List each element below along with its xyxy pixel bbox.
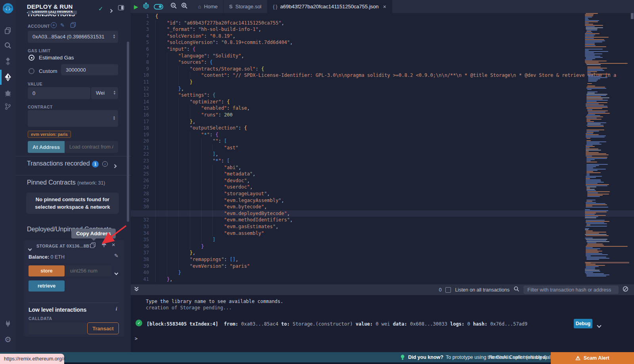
code-line[interactable]: } xyxy=(155,243,634,250)
remove-contract-icon[interactable]: × xyxy=(112,241,115,248)
custom-gas-input[interactable] xyxy=(61,64,118,75)
code-line[interactable]: "evm.deployedBytecode", xyxy=(131,210,634,217)
store-expand-chevron[interactable] xyxy=(115,269,118,276)
code-line[interactable]: { xyxy=(155,13,634,20)
create-account-icon[interactable]: + xyxy=(51,22,57,28)
code-line[interactable]: "outputSelection": { xyxy=(155,125,634,131)
clear-terminal-icon[interactable] xyxy=(623,286,628,293)
code-line[interactable]: "ast" xyxy=(155,145,634,151)
tx-log-line[interactable]: [block:5583405 txIndex:4] from: 0xa03...… xyxy=(147,321,527,327)
code-line[interactable]: }, xyxy=(155,86,634,92)
code-line[interactable]: "storageLayout", xyxy=(155,191,634,197)
at-address-button[interactable]: At Address xyxy=(28,141,65,153)
run-script-icon[interactable]: ▶ xyxy=(134,4,138,10)
contract-instance-label[interactable]: STORAGE AT 0X136...8B78 xyxy=(36,244,94,248)
terminal-content[interactable]: Type the library name to see available c… xyxy=(131,295,634,352)
code-line[interactable]: "evm.methodIdentifiers", xyxy=(155,217,634,223)
code-line[interactable]: "*": { xyxy=(155,131,634,138)
code-line[interactable]: "solcLongVersion": "0.8.19+commit.7dd6d4… xyxy=(155,39,634,46)
copy-address-icon[interactable] xyxy=(90,242,95,247)
copy-account-icon[interactable] xyxy=(71,22,75,27)
debugger-icon[interactable] xyxy=(0,86,16,100)
code-line[interactable]: "id": "a69b43f277ba20fcac141151250ca755"… xyxy=(155,20,634,27)
code-line[interactable]: "runs": 200 xyxy=(155,112,634,118)
minimap[interactable] xyxy=(585,13,629,277)
terminal-filter-input[interactable] xyxy=(523,286,619,294)
copilot-status[interactable]: RemixAI Copilot (enabled) xyxy=(489,354,547,360)
value-input[interactable] xyxy=(28,87,90,99)
store-button[interactable]: store xyxy=(29,265,65,276)
code-line[interactable]: "devdoc", xyxy=(155,177,634,184)
transactions-info-icon[interactable]: i xyxy=(102,161,108,167)
tx-expand-chevron[interactable] xyxy=(598,321,601,329)
code-line[interactable]: }, xyxy=(155,118,634,125)
code-line[interactable]: "solcVersion": "0.8.19", xyxy=(155,33,634,40)
tab-json-active[interactable]: { } a69b43f277ba20fcac141151250ca755.jso… xyxy=(267,0,392,13)
at-address-input[interactable] xyxy=(65,141,118,153)
editor-lines[interactable]: {"id": "a69b43f277ba20fcac141151250ca755… xyxy=(155,13,634,282)
code-line[interactable]: }, xyxy=(155,250,634,256)
search-icon[interactable] xyxy=(0,39,16,52)
code-line[interactable]: } xyxy=(155,269,634,276)
estimated-gas-radio[interactable] xyxy=(29,55,34,61)
panel-next-chevron-icon[interactable] xyxy=(109,7,112,14)
copilot-toggle[interactable] xyxy=(154,4,163,10)
custom-gas-option[interactable]: Custom xyxy=(39,68,57,74)
code-line[interactable]: "*": [ xyxy=(155,158,634,164)
solidity-compiler-icon[interactable] xyxy=(0,55,16,68)
code-line[interactable]: ] xyxy=(155,236,634,243)
settings-gear-icon[interactable]: ⚙ xyxy=(0,333,16,346)
code-line[interactable]: "evmVersion": "paris" xyxy=(155,263,634,270)
contract-collapse-chevron[interactable] xyxy=(29,245,31,252)
store-input[interactable] xyxy=(65,265,111,276)
transact-button[interactable]: Transact xyxy=(87,322,119,334)
file-explorer-icon[interactable] xyxy=(0,24,16,37)
code-line[interactable]: "contracts/Storage.sol": { xyxy=(155,66,634,72)
custom-gas-radio[interactable] xyxy=(29,68,34,74)
deploy-run-icon[interactable] xyxy=(0,71,16,84)
code-line[interactable]: }, xyxy=(155,276,634,283)
retrieve-button[interactable]: retrieve xyxy=(29,280,65,292)
calldata-input[interactable] xyxy=(29,322,86,334)
code-line[interactable]: "remappings": [], xyxy=(155,256,634,263)
value-unit-select[interactable]: Wei ▴▾ xyxy=(91,87,118,99)
panel-scrollbar[interactable] xyxy=(127,42,129,222)
ai-copilot-robot-icon[interactable] xyxy=(142,2,150,11)
code-line[interactable]: "optimizer": { xyxy=(155,99,634,105)
editor-scrollbar[interactable] xyxy=(631,13,634,19)
code-line[interactable]: "sources": { xyxy=(155,59,634,66)
code-line[interactable]: "abi", xyxy=(155,164,634,171)
pin-panel-icon[interactable] xyxy=(118,5,124,10)
code-line[interactable]: "evm.assembly" xyxy=(155,230,634,237)
code-line[interactable]: "language": "Solidity", xyxy=(155,53,634,59)
terminal-prompt[interactable]: > xyxy=(135,335,137,342)
low-level-info-icon[interactable]: i xyxy=(116,306,117,312)
git-icon[interactable] xyxy=(0,100,16,113)
code-line[interactable]: ], xyxy=(155,151,634,158)
code-line[interactable]: "evm.gasEstimates", xyxy=(155,223,634,230)
code-line[interactable]: "content": "// SPDX-License-Identifier: … xyxy=(155,72,634,79)
edit-balance-icon[interactable]: ✎ xyxy=(114,253,118,259)
debug-button[interactable]: Debug xyxy=(574,319,592,328)
code-line[interactable]: "metadata", xyxy=(155,171,634,177)
tab-storage-sol[interactable]: S Storage.sol xyxy=(223,0,267,13)
code-editor[interactable]: 1234567891011121314151617181920212223242… xyxy=(131,13,634,284)
listen-all-checkbox[interactable] xyxy=(445,287,451,293)
account-select[interactable]: 0xA03...85ac4 (0.39866531531 ▴▾ xyxy=(28,31,118,43)
contract-select[interactable]: ▴▾ xyxy=(28,110,118,127)
tab-home[interactable]: ⌂ Home xyxy=(193,0,224,13)
code-line[interactable]: "userdoc", xyxy=(155,184,634,191)
scam-alert-button[interactable]: ⚠ Scam Alert xyxy=(551,352,634,364)
collapse-terminal-icon[interactable] xyxy=(134,286,139,293)
edit-account-icon[interactable]: ✎ xyxy=(60,22,65,28)
zoom-out-icon[interactable] xyxy=(170,2,177,11)
code-line[interactable]: "": [ xyxy=(155,138,634,145)
code-line[interactable]: "evm.bytecode", xyxy=(155,204,634,210)
pin-contract-icon[interactable] xyxy=(101,242,107,249)
close-tab-icon[interactable]: × xyxy=(383,4,386,10)
code-line[interactable]: } xyxy=(155,79,634,86)
plugin-manager-icon[interactable] xyxy=(0,317,16,330)
zoom-in-icon[interactable] xyxy=(181,2,188,11)
estimated-gas-option[interactable]: Estimated Gas xyxy=(39,55,74,61)
code-line[interactable]: "enabled": false, xyxy=(155,105,634,112)
